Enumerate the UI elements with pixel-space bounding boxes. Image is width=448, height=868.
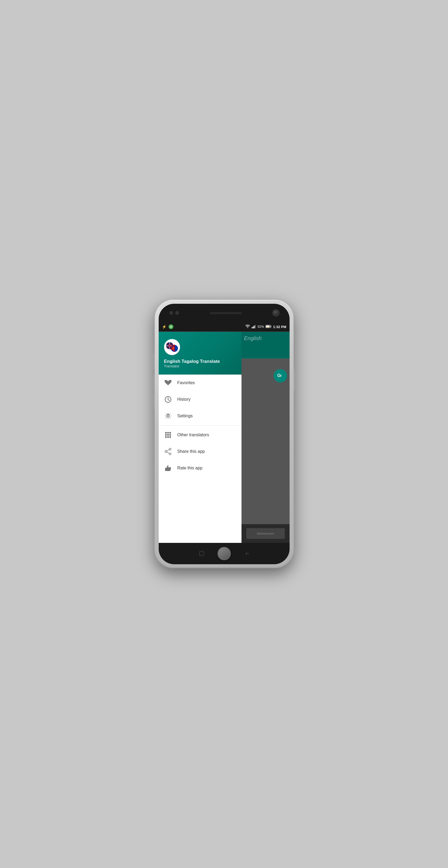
ad-banner: Advertisement: [242, 524, 290, 543]
recent-apps-button[interactable]: [199, 551, 204, 556]
speaker-dots: [169, 311, 179, 315]
app-info: English Tagalog Translate Translator: [164, 359, 236, 368]
grid-icon: [164, 431, 172, 439]
other-translators-label: Other translators: [178, 433, 209, 437]
history-label: History: [178, 397, 191, 402]
battery-percent: 92%: [258, 325, 264, 329]
battery-icon: ⚡: [265, 325, 271, 329]
phone-frame: ⚡ ●: [155, 300, 294, 568]
status-right-icons: 92% ⚡ 1:32 PM: [245, 324, 286, 329]
menu-divider: [159, 425, 242, 426]
screen: ⚡ ●: [159, 322, 290, 543]
svg-rect-4: [253, 327, 254, 328]
rate-label: Rate this app: [178, 466, 202, 470]
svg-rect-6: [255, 325, 256, 328]
svg-text:●: ●: [170, 326, 171, 328]
status-left-icons: ⚡ ●: [162, 324, 173, 329]
translate-fab[interactable]: G T: [274, 369, 287, 382]
screen-content: English Tagalog Translate Translator: [159, 332, 290, 543]
camera: [273, 310, 279, 316]
favorites-label: Favorites: [178, 380, 195, 385]
menu-item-settings[interactable]: Settings: [159, 408, 242, 424]
phone-inner: ⚡ ●: [159, 304, 290, 564]
back-button[interactable]: [244, 551, 249, 556]
menu-item-other-translators[interactable]: Other translators: [159, 427, 242, 443]
heart-icon: [164, 379, 172, 387]
home-button[interactable]: [218, 547, 231, 560]
settings-label: Settings: [178, 413, 193, 418]
app-icon-small: ●: [168, 324, 173, 329]
wifi-icon: [245, 324, 250, 329]
svg-point-23: [169, 453, 171, 455]
svg-rect-5: [254, 326, 255, 328]
time-display: 1:32 PM: [273, 325, 286, 329]
status-bar: ⚡ ●: [159, 322, 290, 332]
svg-rect-8: [271, 326, 271, 327]
secondary-menu: Other translators S: [159, 427, 242, 476]
app-title: English Tagalog Translate: [164, 359, 236, 364]
svg-point-22: [165, 451, 167, 453]
svg-rect-3: [252, 327, 252, 328]
navigation-drawer: English Tagalog Translate Translator: [159, 332, 242, 543]
usb-icon: ⚡: [162, 324, 166, 329]
clock-icon: [164, 395, 172, 403]
speaker-dot-1: [169, 311, 173, 315]
speaker-dot-2: [175, 311, 179, 315]
bg-language-label: English: [242, 332, 290, 345]
thumbsup-icon: [164, 464, 172, 472]
signal-icon: [252, 324, 256, 329]
drawer-header: English Tagalog Translate Translator: [159, 332, 242, 375]
app-subtitle: Translator: [164, 364, 236, 368]
bg-teal-header: English: [242, 332, 290, 358]
app-logo: [164, 339, 180, 355]
share-icon: [164, 447, 172, 456]
svg-text:⚡: ⚡: [266, 326, 269, 328]
top-bezel: [159, 304, 290, 322]
svg-point-21: [169, 448, 171, 450]
menu-item-rate[interactable]: Rate this app: [159, 460, 242, 476]
speaker-grille-bar: [210, 312, 242, 314]
svg-point-2: [247, 327, 248, 328]
background-content: English G T Advertisement: [242, 332, 290, 543]
menu-item-share[interactable]: Share this app: [159, 443, 242, 460]
gear-icon: [164, 412, 172, 420]
share-label: Share this app: [178, 449, 205, 454]
primary-menu: Favorites History: [159, 375, 242, 424]
menu-item-history[interactable]: History: [159, 391, 242, 408]
menu-item-favorites[interactable]: Favorites: [159, 375, 242, 391]
bottom-bezel: [159, 543, 290, 564]
svg-text:T: T: [280, 374, 282, 377]
speaker-grille: [179, 310, 273, 315]
